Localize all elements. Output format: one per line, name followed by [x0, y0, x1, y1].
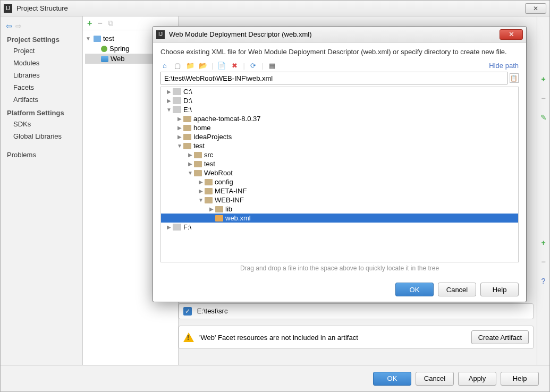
plus-icon-2[interactable]: + — [541, 238, 545, 247]
folder-icon — [183, 134, 191, 140]
minus-icon-2[interactable]: − — [541, 258, 545, 266]
platform-settings-head: Platform Settings — [1, 106, 82, 118]
project-icon[interactable]: ▢ — [173, 61, 182, 70]
refresh-icon[interactable]: ⟳ — [249, 61, 258, 70]
main-footer: OK Cancel Apply Help — [1, 365, 549, 391]
remove-icon[interactable]: − — [97, 19, 102, 28]
drive-c[interactable]: ▶C:\ — [161, 87, 518, 96]
warning-text: 'Web' Facet resources are not included i… — [199, 334, 466, 342]
source-path: E:\test\src — [197, 307, 228, 315]
home-icon[interactable]: ⌂ — [160, 61, 169, 70]
sidebar-item-global-libraries[interactable]: Global Libraries — [1, 130, 82, 142]
folder-webroot[interactable]: ▼WebRoot — [161, 168, 518, 177]
drive-d[interactable]: ▶D:\ — [161, 96, 518, 105]
hide-path-link[interactable]: Hide path — [489, 62, 519, 70]
spring-icon — [101, 46, 107, 52]
dialog-help-button[interactable]: Help — [480, 283, 519, 296]
ok-button[interactable]: OK — [373, 372, 411, 386]
folder-test[interactable]: ▼test — [161, 141, 518, 150]
checkbox-checked-icon[interactable]: ✓ — [183, 307, 192, 316]
folder-icon — [183, 143, 191, 149]
folder-test2[interactable]: ▶test — [161, 159, 518, 168]
sidebar-item-problems[interactable]: Problems — [1, 149, 82, 161]
new-file-icon[interactable]: 📄 — [217, 61, 226, 70]
folder-icon — [205, 179, 213, 185]
dialog-cancel-button[interactable]: Cancel — [438, 283, 476, 296]
create-artifact-button[interactable]: Create Artifact — [471, 330, 529, 344]
folder-config[interactable]: ▶config — [161, 177, 518, 186]
path-row: 📋 — [160, 72, 519, 84]
back-icon[interactable]: ⇦ — [6, 22, 12, 30]
drive-icon — [173, 106, 181, 113]
new-folder-icon[interactable]: 📁 — [186, 61, 194, 70]
file-tree[interactable]: ▶C:\ ▶D:\ ▼E:\ ▶apache-tomcat-8.0.37 ▶ho… — [160, 87, 519, 262]
copy-icon[interactable]: ⧉ — [108, 19, 113, 28]
sidebar-item-sdks[interactable]: SDKs — [1, 118, 82, 130]
edit-icon[interactable]: ✎ — [540, 113, 547, 122]
sidebar-item-modules[interactable]: Modules — [1, 57, 82, 69]
dialog-titlebar: IJ Web Module Deployment Descriptor (web… — [153, 27, 526, 42]
warning-icon — [183, 333, 194, 342]
file-webxml[interactable]: web.xml — [161, 214, 518, 223]
folder-icon — [194, 170, 202, 176]
module-label: test — [103, 35, 114, 42]
folder-icon — [183, 116, 191, 122]
folder-icon — [194, 161, 202, 167]
drive-icon — [173, 97, 181, 104]
folder-icon — [205, 188, 213, 194]
source-root-row[interactable]: ✓ E:\test\src — [179, 303, 534, 319]
history-icon[interactable]: 📋 — [510, 73, 519, 83]
sidebar-item-facets[interactable]: Facets — [1, 81, 82, 93]
dialog-instruction: Choose existing XML file for Web Module … — [160, 48, 519, 56]
path-input[interactable] — [160, 72, 507, 84]
dialog-body: Choose existing XML file for Web Module … — [153, 42, 526, 277]
folder-metainf[interactable]: ▶META-INF — [161, 186, 518, 195]
web-icon — [101, 56, 108, 62]
folder-ideaprojects[interactable]: ▶IdeaProjects — [161, 132, 518, 141]
sidebar-item-libraries[interactable]: Libraries — [1, 69, 82, 81]
folder-home[interactable]: ▶home — [161, 123, 518, 132]
titlebar: IJ Project Structure ✕ — [1, 1, 549, 16]
dialog-ok-button[interactable]: OK — [395, 283, 434, 296]
chevron-down-icon: ▼ — [85, 36, 91, 41]
plus-icon[interactable]: + — [541, 75, 545, 83]
delete-icon[interactable]: ✖ — [230, 61, 239, 70]
right-toolbar: + − ✎ + − ? — [537, 16, 549, 365]
add-icon[interactable]: + — [87, 19, 92, 28]
folder-webinf[interactable]: ▼WEB-INF — [161, 195, 518, 204]
project-settings-head: Project Settings — [1, 32, 82, 45]
dialog-footer: OK Cancel Help — [153, 277, 526, 302]
folder-src[interactable]: ▶src — [161, 150, 518, 159]
window-close-button[interactable]: ✕ — [525, 3, 546, 14]
help-button[interactable]: Help — [501, 372, 539, 386]
file-chooser-toolbar: ⌂ ▢ 📁 📂 | 📄 ✖ | ⟳ | ▦ Hide path — [160, 61, 519, 70]
dialog-icon: IJ — [156, 30, 165, 39]
lower-panels: Source Roots ✓ E:\test\src 'Web' Facet r… — [179, 303, 534, 349]
nav-arrows: ⇦ ⇨ — [1, 20, 82, 32]
dialog-close-button[interactable]: ✕ — [500, 29, 523, 40]
project-structure-window: IJ Project Structure ✕ ⇦ ⇨ Project Setti… — [0, 0, 550, 392]
sidebar-item-project[interactable]: Project — [1, 45, 82, 57]
facet-label: Web — [111, 55, 125, 63]
window-title: Project Structure — [16, 4, 525, 12]
folder-lib[interactable]: ▶lib — [161, 204, 518, 214]
module-icon — [94, 36, 101, 42]
app-icon: IJ — [4, 4, 12, 13]
dialog-title: Web Module Deployment Descriptor (web.xm… — [169, 30, 500, 38]
drive-e[interactable]: ▼E:\ — [161, 105, 518, 114]
folder-icon — [215, 206, 223, 212]
forward-icon[interactable]: ⇨ — [15, 22, 22, 30]
show-hidden-icon[interactable]: ▦ — [268, 61, 276, 70]
drive-f[interactable]: ▶F:\ — [161, 223, 518, 232]
help-icon[interactable]: ? — [541, 277, 546, 285]
sidebar-item-artifacts[interactable]: Artifacts — [1, 93, 82, 106]
deployment-descriptor-dialog: IJ Web Module Deployment Descriptor (web… — [153, 26, 527, 302]
cancel-button[interactable]: Cancel — [416, 372, 454, 386]
drag-drop-hint: Drag and drop a file into the space abov… — [160, 262, 519, 272]
folder-icon — [183, 125, 191, 131]
minus-icon[interactable]: − — [541, 94, 545, 103]
warning-row: 'Web' Facet resources are not included i… — [179, 326, 534, 349]
apply-button[interactable]: Apply — [458, 372, 496, 386]
folder-tomcat[interactable]: ▶apache-tomcat-8.0.37 — [161, 114, 518, 123]
module-nav-icon[interactable]: 📂 — [199, 61, 207, 70]
